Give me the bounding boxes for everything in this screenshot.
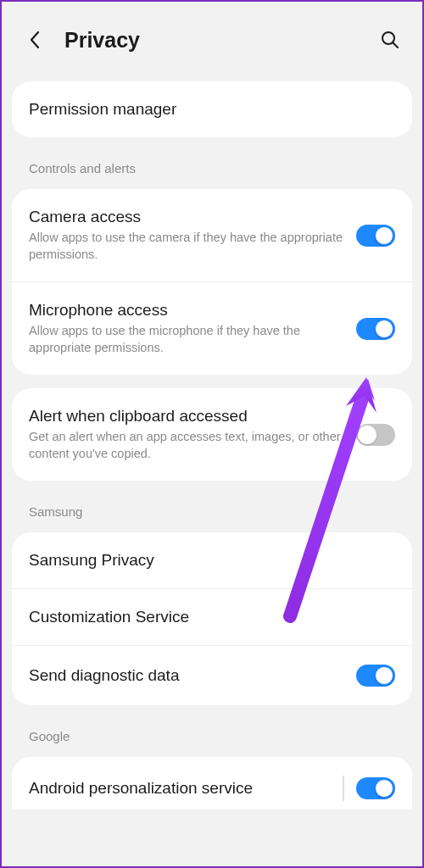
svg-line-1 [393, 43, 399, 48]
samsung-privacy-row[interactable]: Samsung Privacy [12, 532, 412, 589]
back-icon[interactable] [22, 27, 47, 53]
send-diagnostic-row[interactable]: Send diagnostic data [12, 646, 412, 705]
microphone-access-toggle[interactable] [356, 318, 395, 340]
google-card: Android personalization service [12, 757, 412, 810]
customization-service-row[interactable]: Customization Service [12, 589, 412, 646]
camera-access-row[interactable]: Camera access Allow apps to use the came… [12, 189, 412, 282]
samsung-privacy-label: Samsung Privacy [29, 551, 385, 570]
google-label: Google [2, 714, 422, 748]
clipboard-alert-sub: Get an alert when an app accesses text, … [29, 429, 346, 462]
permission-manager-card: Permission manager [12, 81, 412, 137]
controls-card: Camera access Allow apps to use the came… [12, 189, 412, 375]
camera-access-toggle[interactable] [356, 225, 395, 247]
controls-alerts-label: Controls and alerts [2, 146, 422, 181]
permission-manager-label: Permission manager [29, 100, 385, 119]
send-diagnostic-toggle[interactable] [356, 665, 395, 687]
permission-manager-row[interactable]: Permission manager [12, 81, 412, 137]
send-diagnostic-label: Send diagnostic data [29, 666, 346, 685]
samsung-card: Samsung Privacy Customization Service Se… [12, 532, 412, 705]
clipboard-alert-row[interactable]: Alert when clipboard accessed Get an ale… [12, 388, 412, 481]
camera-access-title: Camera access [29, 208, 346, 226]
samsung-label: Samsung [2, 489, 422, 524]
clipboard-card: Alert when clipboard accessed Get an ale… [12, 388, 412, 481]
android-personalization-toggle[interactable] [356, 777, 395, 799]
android-personalization-label: Android personalization service [29, 779, 326, 798]
camera-access-sub: Allow apps to use the camera if they hav… [29, 230, 346, 263]
microphone-access-sub: Allow apps to use the microphone if they… [29, 323, 346, 356]
header: Privacy [2, 2, 422, 73]
android-personalization-row[interactable]: Android personalization service [12, 757, 412, 810]
clipboard-alert-title: Alert when clipboard accessed [29, 407, 346, 426]
customization-service-label: Customization Service [29, 608, 385, 626]
microphone-access-title: Microphone access [29, 301, 346, 320]
clipboard-alert-toggle[interactable] [356, 424, 395, 446]
microphone-access-row[interactable]: Microphone access Allow apps to use the … [12, 282, 412, 375]
page-title: Privacy [64, 28, 140, 53]
search-icon[interactable] [378, 28, 402, 52]
